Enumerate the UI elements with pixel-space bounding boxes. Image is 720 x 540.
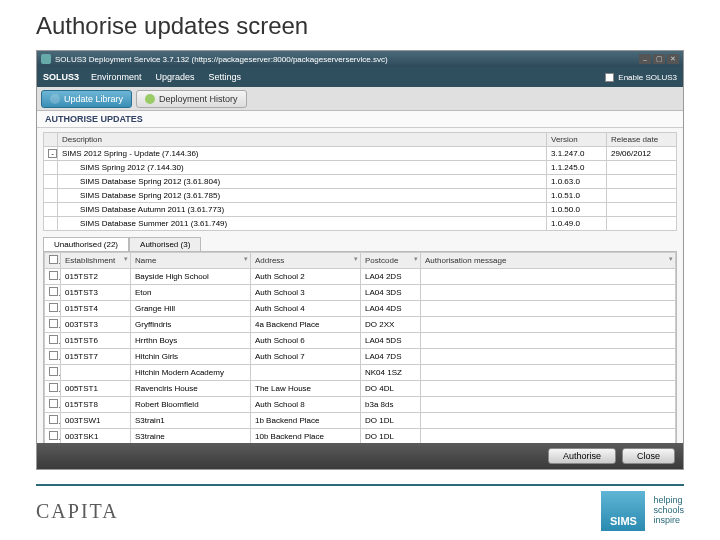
col-postcode[interactable]: Postcode▾ (361, 253, 421, 269)
menu-upgrades[interactable]: Upgrades (156, 72, 195, 82)
cell-postcode: LA04 5DS (361, 333, 421, 349)
school-row[interactable]: 015TST2Bayside High SchoolAuth School 2L… (45, 269, 676, 285)
menu-settings[interactable]: Settings (209, 72, 242, 82)
school-row[interactable]: 015TST4Grange HillAuth School 4LA04 4DS (45, 301, 676, 317)
filter-icon[interactable]: ▾ (354, 255, 358, 263)
school-row[interactable]: 015TST3EtonAuth School 3LA04 3DS (45, 285, 676, 301)
expand-toggle[interactable] (44, 161, 58, 175)
sims-tagline: helping schools inspire (653, 496, 684, 526)
row-checkbox[interactable] (45, 349, 61, 365)
cell-name: Bayside High School (131, 269, 251, 285)
update-description: SIMS Database Spring 2012 (3.61.785) (58, 189, 547, 203)
maximize-button[interactable]: ▢ (653, 54, 665, 64)
cell-name: Grange Hill (131, 301, 251, 317)
school-row[interactable]: 003TSK1S3traine10b Backend PlaceDO 1DL (45, 429, 676, 444)
update-library-button[interactable]: Update Library (41, 90, 132, 108)
update-row[interactable]: -SIMS 2012 Spring - Update (7.144.36)3.1… (44, 147, 677, 161)
filter-icon[interactable]: ▾ (124, 255, 128, 263)
cell-postcode: DO 2XX (361, 317, 421, 333)
row-checkbox[interactable] (45, 285, 61, 301)
content-area: Description Version Release date -SIMS 2… (37, 128, 683, 443)
expand-toggle[interactable] (44, 203, 58, 217)
col-select-all[interactable] (45, 253, 61, 269)
app-window: SOLUS3 Deployment Service 3.7.132 (https… (36, 50, 684, 470)
cell-postcode: LA04 4DS (361, 301, 421, 317)
col-address[interactable]: Address▾ (251, 253, 361, 269)
school-row[interactable]: 015TST6Hrrthn BoysAuth School 6LA04 5DS (45, 333, 676, 349)
col-description[interactable]: Description (58, 133, 547, 147)
filter-icon[interactable]: ▾ (244, 255, 248, 263)
row-checkbox[interactable] (45, 365, 61, 381)
update-row[interactable]: SIMS Database Spring 2012 (3.61.785)1.0.… (44, 189, 677, 203)
cell-establishment: 015TST4 (61, 301, 131, 317)
col-version[interactable]: Version (547, 133, 607, 147)
cell-establishment (61, 365, 131, 381)
cell-address: Auth School 6 (251, 333, 361, 349)
cell-auth-message (421, 349, 676, 365)
cell-address: The Law House (251, 381, 361, 397)
row-checkbox[interactable] (45, 317, 61, 333)
expand-toggle[interactable] (44, 189, 58, 203)
close-button[interactable]: Close (622, 448, 675, 464)
cell-establishment: 015TST7 (61, 349, 131, 365)
school-row[interactable]: 003TST3Gryffindris4a Backend PlaceDO 2XX (45, 317, 676, 333)
row-checkbox[interactable] (45, 397, 61, 413)
cell-name: S3traine (131, 429, 251, 444)
row-checkbox[interactable] (45, 333, 61, 349)
expand-toggle[interactable] (44, 217, 58, 231)
cell-auth-message (421, 397, 676, 413)
school-row[interactable]: 015TST8Robert BloomfieldAuth School 8b3a… (45, 397, 676, 413)
cell-name: Hitchin Girls (131, 349, 251, 365)
enable-solus3-checkbox[interactable] (605, 73, 614, 82)
update-version: 1.0.49.0 (547, 217, 607, 231)
cell-address: 4a Backend Place (251, 317, 361, 333)
row-checkbox[interactable] (45, 413, 61, 429)
col-expand[interactable] (44, 133, 58, 147)
update-row[interactable]: SIMS Database Spring 2012 (3.61.804)1.0.… (44, 175, 677, 189)
cell-name: Robert Bloomfield (131, 397, 251, 413)
page-header: AUTHORISE UPDATES (37, 111, 683, 128)
filter-icon[interactable]: ▾ (414, 255, 418, 263)
close-window-button[interactable]: ✕ (667, 54, 679, 64)
cell-postcode: b3a 8ds (361, 397, 421, 413)
tab-unauthorised[interactable]: Unauthorised (22) (43, 237, 129, 251)
school-row[interactable]: Hitchin Modern AcademyNK04 1SZ (45, 365, 676, 381)
cell-establishment: 003TSK1 (61, 429, 131, 444)
row-checkbox[interactable] (45, 269, 61, 285)
cell-name: S3train1 (131, 413, 251, 429)
cell-establishment: 003TST3 (61, 317, 131, 333)
enable-solus3-label: Enable SOLUS3 (618, 73, 677, 82)
cell-address: Auth School 7 (251, 349, 361, 365)
cell-address: Auth School 4 (251, 301, 361, 317)
col-name[interactable]: Name▾ (131, 253, 251, 269)
school-row[interactable]: 015TST7Hitchin GirlsAuth School 7LA04 7D… (45, 349, 676, 365)
row-checkbox[interactable] (45, 301, 61, 317)
cell-establishment: 005TST1 (61, 381, 131, 397)
update-row[interactable]: SIMS Database Autumn 2011 (3.61.773)1.0.… (44, 203, 677, 217)
cell-name: Eton (131, 285, 251, 301)
expand-toggle[interactable] (44, 175, 58, 189)
update-release (607, 175, 677, 189)
col-release[interactable]: Release date (607, 133, 677, 147)
row-checkbox[interactable] (45, 381, 61, 397)
row-checkbox[interactable] (45, 429, 61, 444)
tab-authorised[interactable]: Authorised (3) (129, 237, 201, 251)
menu-environment[interactable]: Environment (91, 72, 142, 82)
col-auth-message[interactable]: Authorisation message▾ (421, 253, 676, 269)
expand-toggle[interactable]: - (44, 147, 58, 161)
update-row[interactable]: SIMS Spring 2012 (7.144.30)1.1.245.0 (44, 161, 677, 175)
cell-establishment: 003TSW1 (61, 413, 131, 429)
deployment-history-button[interactable]: Deployment History (136, 90, 247, 108)
brand-label: SOLUS3 (43, 72, 79, 82)
school-row[interactable]: 003TSW1S3train11b Backend PlaceDO 1DL (45, 413, 676, 429)
update-row[interactable]: SIMS Database Summer 2011 (3.61.749)1.0.… (44, 217, 677, 231)
update-release (607, 189, 677, 203)
minimize-button[interactable]: – (639, 54, 651, 64)
update-release (607, 217, 677, 231)
cell-establishment: 015TST3 (61, 285, 131, 301)
authorise-button[interactable]: Authorise (548, 448, 616, 464)
col-establishment[interactable]: Establishment▾ (61, 253, 131, 269)
deployment-history-label: Deployment History (159, 94, 238, 104)
filter-icon[interactable]: ▾ (669, 255, 673, 263)
school-row[interactable]: 005TST1Ravenclris HouseThe Law HouseDO 4… (45, 381, 676, 397)
